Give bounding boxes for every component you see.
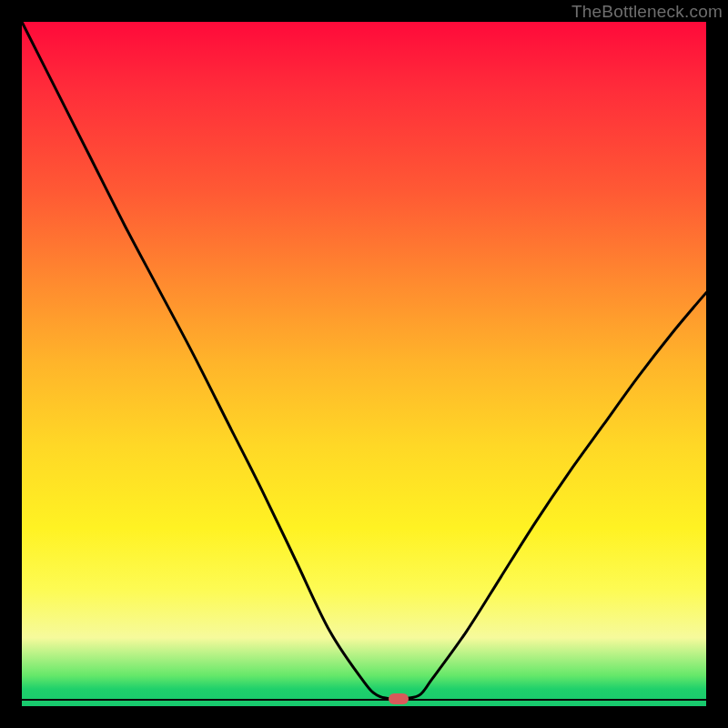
optimum-marker	[389, 693, 409, 704]
attribution-text: TheBottleneck.com	[571, 2, 723, 22]
bottleneck-curve	[22, 22, 706, 706]
chart-frame: TheBottleneck.com	[0, 0, 728, 728]
